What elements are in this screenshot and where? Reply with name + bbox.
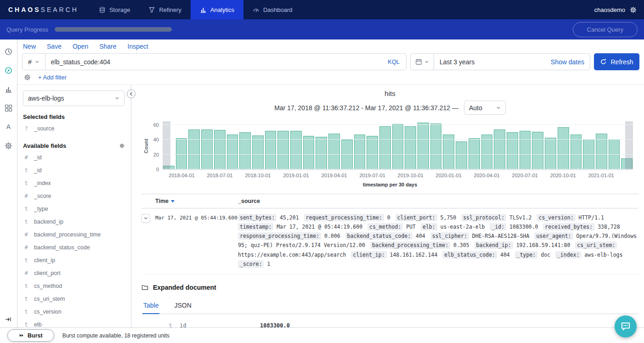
rail-item-recently-viewed[interactable] bbox=[3, 46, 14, 57]
main-column: NewSaveOpenShareInspect # KQL Last 3 yea… bbox=[17, 39, 644, 327]
chaossearch-logo[interactable]: CHAOSSEARCH bbox=[0, 0, 90, 19]
rail-item-management[interactable] bbox=[3, 140, 14, 151]
histogram-bar[interactable] bbox=[494, 129, 505, 169]
clock-icon bbox=[5, 48, 12, 56]
histogram-bar[interactable] bbox=[558, 127, 569, 169]
histogram-bar[interactable] bbox=[443, 135, 454, 169]
histogram-bar[interactable] bbox=[354, 135, 366, 169]
field-item-client_port[interactable]: #client_port bbox=[23, 267, 124, 280]
histogram-bar[interactable] bbox=[214, 130, 226, 169]
histogram-bar[interactable] bbox=[252, 135, 264, 169]
source-field-key: cs_uri_stem: bbox=[575, 242, 617, 249]
kql-language-button[interactable]: KQL bbox=[381, 58, 406, 65]
field-item-cs_method[interactable]: tcs_method bbox=[23, 280, 124, 292]
expanded-field-value: 1083300.0 bbox=[260, 322, 638, 327]
source-field-key: backend_ip: bbox=[475, 242, 513, 249]
refresh-button[interactable]: Refresh bbox=[594, 53, 639, 70]
field-item-_index[interactable]: t_index bbox=[23, 177, 124, 190]
histogram-bar[interactable] bbox=[265, 131, 277, 169]
toolbar-link-new[interactable]: New bbox=[23, 43, 36, 50]
histogram-bar[interactable] bbox=[277, 131, 289, 169]
histogram-bar[interactable] bbox=[290, 131, 302, 169]
histogram-bar[interactable] bbox=[507, 132, 518, 169]
field-item-client_ip[interactable]: tclient_ip bbox=[23, 254, 124, 267]
field-item-_source[interactable]: ?_source bbox=[23, 122, 124, 135]
cancel-query-button[interactable]: Cancel Query bbox=[573, 22, 638, 37]
toolbar-link-open[interactable]: Open bbox=[73, 43, 88, 50]
rail-item-app-a[interactable]: A bbox=[3, 121, 14, 132]
histogram-bar[interactable] bbox=[316, 137, 327, 169]
calendar-dropdown[interactable] bbox=[411, 54, 434, 70]
burst-button[interactable]: Burst bbox=[7, 329, 54, 342]
field-type-badge: t bbox=[24, 321, 28, 327]
field-item-_score[interactable]: #_score bbox=[23, 190, 124, 202]
toolbar-link-share[interactable]: Share bbox=[99, 43, 116, 50]
histogram-bar[interactable] bbox=[532, 132, 543, 169]
time-range-value[interactable]: Last 3 years bbox=[434, 58, 545, 66]
field-item-_id[interactable]: t_id bbox=[23, 164, 124, 177]
show-dates-link[interactable]: Show dates bbox=[545, 58, 590, 66]
source-column-header: _source bbox=[238, 198, 638, 204]
collapse-field-panel-button[interactable] bbox=[127, 90, 136, 98]
plot-area: 0204060 bbox=[163, 121, 633, 170]
nav-tab-dashboard[interactable]: Dashboard bbox=[243, 0, 302, 19]
field-item-backend_status_code[interactable]: #backend_status_code bbox=[23, 241, 124, 254]
toolbar-link-save[interactable]: Save bbox=[47, 43, 62, 50]
field-item-backend_processing_time[interactable]: #backend_processing_time bbox=[23, 228, 124, 241]
brush-handle-right[interactable] bbox=[625, 121, 633, 169]
nav-tab-refinery[interactable]: Refinery bbox=[139, 0, 190, 19]
interval-select[interactable]: Auto bbox=[464, 101, 506, 115]
expanded-tab-json[interactable]: JSON bbox=[173, 298, 192, 314]
dashboard-icon bbox=[253, 6, 260, 13]
histogram-bar[interactable] bbox=[430, 124, 442, 169]
histogram-bar[interactable] bbox=[227, 135, 238, 169]
histogram-bar[interactable] bbox=[303, 136, 315, 169]
histogram-bar[interactable] bbox=[405, 126, 416, 169]
settings-gear-icon[interactable] bbox=[630, 6, 637, 13]
field-item-cs_uri_stem[interactable]: tcs_uri_stem bbox=[23, 292, 124, 305]
rail-collapse-button[interactable] bbox=[0, 316, 17, 323]
filter-settings-gear-icon[interactable] bbox=[24, 74, 31, 81]
field-item-backend_ip[interactable]: tbackend_ip bbox=[23, 215, 124, 228]
histogram-bar[interactable] bbox=[239, 132, 251, 169]
field-item-elb[interactable]: telb bbox=[23, 318, 124, 327]
search-row: # KQL Last 3 years Show dates Refresh bbox=[17, 53, 644, 70]
toolbar-link-inspect[interactable]: Inspect bbox=[128, 43, 148, 50]
gridline bbox=[163, 124, 633, 125]
source-field-key: ssl_protocol: bbox=[461, 214, 506, 221]
histogram-bar[interactable] bbox=[418, 123, 429, 169]
histogram-bar[interactable] bbox=[379, 126, 391, 169]
search-input[interactable] bbox=[45, 58, 381, 66]
time-column-header[interactable]: Time bbox=[155, 198, 238, 204]
histogram-bar[interactable] bbox=[520, 131, 531, 169]
histogram-bar[interactable] bbox=[392, 124, 404, 169]
index-pattern-select[interactable]: aws-elb-logs bbox=[23, 90, 124, 106]
histogram-bar[interactable] bbox=[201, 129, 213, 169]
field-item-_type[interactable]: t_type bbox=[23, 202, 124, 215]
query-progress-label: Query Progress bbox=[6, 26, 48, 33]
field-item-cs_version[interactable]: tcs_version bbox=[23, 305, 124, 318]
histogram-bar[interactable] bbox=[481, 135, 493, 169]
x-tick-label: 2021-01-01 bbox=[588, 173, 614, 178]
expand-row-button[interactable] bbox=[141, 214, 150, 223]
rail-item-dashboard[interactable] bbox=[3, 102, 14, 113]
histogram-bar[interactable] bbox=[571, 135, 582, 169]
expanded-tab-table[interactable]: Table bbox=[142, 298, 159, 314]
histogram-bar[interactable] bbox=[545, 138, 556, 169]
rail-item-visualize[interactable] bbox=[3, 84, 14, 95]
field-settings-gear-icon[interactable] bbox=[119, 143, 124, 148]
query-prefix-dropdown[interactable]: # bbox=[23, 54, 45, 70]
histogram-bar[interactable] bbox=[188, 129, 200, 169]
field-type-badge: t bbox=[24, 180, 28, 186]
user-name[interactable]: chaosdemo bbox=[594, 6, 625, 13]
nav-tab-storage[interactable]: Storage bbox=[90, 0, 140, 19]
brush-handle-left[interactable] bbox=[163, 121, 170, 169]
rail-item-discover[interactable] bbox=[3, 65, 14, 76]
nav-tab-analytics[interactable]: Analytics bbox=[191, 0, 243, 19]
storage-icon bbox=[99, 6, 106, 13]
histogram-bar[interactable] bbox=[456, 141, 467, 169]
field-item-_id[interactable]: #_id bbox=[23, 151, 124, 164]
histogram-bar[interactable] bbox=[367, 136, 378, 169]
chat-widget-button[interactable] bbox=[615, 315, 637, 337]
add-filter-link[interactable]: + Add filter bbox=[38, 74, 67, 81]
